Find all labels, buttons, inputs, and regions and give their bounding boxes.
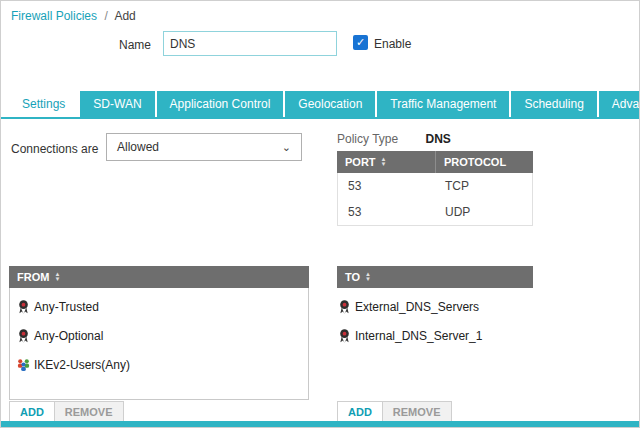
- alias-icon: [337, 299, 352, 314]
- enable-label: Enable: [374, 37, 411, 51]
- chevron-down-icon: ⌄: [282, 141, 291, 154]
- port-table-body: 53 TCP 53 UDP: [337, 173, 533, 226]
- firewall-policy-add-page: Firewall Policies / Add Name ✓ Enable Se…: [0, 0, 640, 428]
- list-item[interactable]: IKEv2-Users(Any): [16, 350, 302, 379]
- tab-geolocation[interactable]: Geolocation: [285, 91, 375, 117]
- alias-icon: [16, 299, 31, 314]
- port-column-header[interactable]: PORT ▲▼: [337, 151, 435, 173]
- tab-underline: [1, 117, 639, 119]
- alias-icon: [16, 328, 31, 343]
- checkmark-icon: ✓: [356, 36, 365, 48]
- name-input[interactable]: [163, 31, 337, 56]
- policy-type-value: DNS: [426, 132, 451, 146]
- list-item[interactable]: Any-Trusted: [16, 292, 302, 321]
- from-remove-button[interactable]: REMOVE: [54, 401, 124, 423]
- to-list-header[interactable]: TO ▲▼: [337, 266, 533, 288]
- tab-settings[interactable]: Settings: [9, 91, 78, 117]
- to-remove-button[interactable]: REMOVE: [382, 401, 452, 423]
- port-cell: 53: [338, 205, 436, 219]
- bottom-accent-bar: [1, 421, 639, 427]
- tab-scheduling[interactable]: Scheduling: [511, 91, 596, 117]
- connections-select-value: Allowed: [117, 140, 282, 154]
- breadcrumb-firewall-policies-link[interactable]: Firewall Policies: [11, 9, 97, 23]
- tab-application-control[interactable]: Application Control: [157, 91, 284, 117]
- list-item-label: External_DNS_Servers: [355, 300, 479, 314]
- to-list: External_DNS_Servers Internal_DNS_Server…: [337, 288, 533, 354]
- port-table-header: PORT ▲▼ PROTOCOL: [337, 151, 533, 173]
- from-buttons: ADD REMOVE: [9, 401, 124, 423]
- list-item-label: Any-Trusted: [34, 300, 99, 314]
- sort-icon: ▲▼: [365, 272, 371, 282]
- to-buttons: ADD REMOVE: [337, 401, 452, 423]
- tab-advanced[interactable]: Advanced: [599, 91, 639, 117]
- name-label: Name: [119, 38, 151, 52]
- list-item-label: Any-Optional: [34, 329, 103, 343]
- tab-traffic-management[interactable]: Traffic Management: [377, 91, 509, 117]
- list-item[interactable]: External_DNS_Servers: [337, 292, 533, 321]
- table-row: 53 TCP: [338, 173, 532, 199]
- from-list-header[interactable]: FROM ▲▼: [9, 266, 309, 288]
- breadcrumb-current: Add: [114, 9, 135, 23]
- protocol-cell: UDP: [436, 205, 532, 219]
- table-row: 53 UDP: [338, 199, 532, 225]
- to-add-button[interactable]: ADD: [337, 401, 383, 423]
- list-item-label: IKEv2-Users(Any): [34, 358, 130, 372]
- protocol-cell: TCP: [436, 179, 532, 193]
- policy-type-label: Policy Type: [337, 132, 398, 146]
- from-add-button[interactable]: ADD: [9, 401, 55, 423]
- list-item[interactable]: Any-Optional: [16, 321, 302, 350]
- tab-bar: Settings SD-WAN Application Control Geol…: [9, 91, 639, 117]
- list-item-label: Internal_DNS_Server_1: [355, 329, 482, 343]
- protocol-column-header: PROTOCOL: [435, 151, 533, 173]
- list-item[interactable]: Internal_DNS_Server_1: [337, 321, 533, 350]
- breadcrumb: Firewall Policies / Add: [11, 9, 136, 23]
- users-group-icon: [16, 357, 31, 372]
- sort-icon: ▲▼: [54, 272, 60, 282]
- policy-type: Policy Type DNS: [337, 132, 451, 146]
- alias-icon: [337, 328, 352, 343]
- port-cell: 53: [338, 179, 436, 193]
- from-list: Any-Trusted Any-Optional IKEv2-Users(Any…: [9, 288, 309, 400]
- breadcrumb-separator: /: [104, 9, 107, 23]
- connections-select[interactable]: Allowed ⌄: [106, 133, 302, 161]
- enable-checkbox[interactable]: ✓: [353, 35, 368, 50]
- connections-are-label: Connections are: [11, 142, 98, 156]
- sort-icon: ▲▼: [381, 157, 387, 167]
- tab-sd-wan[interactable]: SD-WAN: [80, 91, 154, 117]
- port-protocol-table: PORT ▲▼ PROTOCOL 53 TCP 53 UDP: [337, 151, 533, 226]
